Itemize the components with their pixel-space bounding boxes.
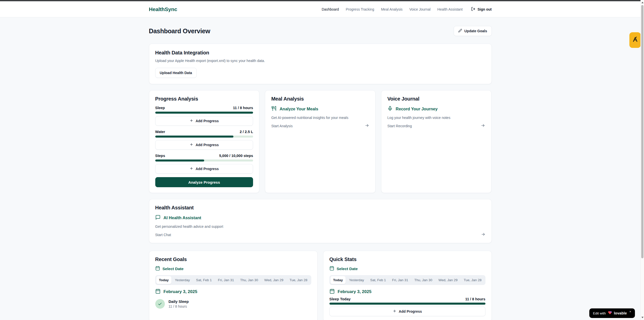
lovable-logo-icon: [632, 36, 638, 44]
chat-bubble-icon: [155, 215, 161, 221]
ai-health-assistant-link[interactable]: AI Health Assistant: [155, 215, 485, 221]
edit-with-lovable-badge[interactable]: Edit with lovable ×: [589, 308, 635, 318]
close-icon[interactable]: ×: [629, 310, 631, 313]
recent-goals-select-date-button[interactable]: Select Date: [155, 266, 311, 272]
tab-fri-jan-31[interactable]: Fri, Jan 31: [215, 276, 237, 284]
start-recording-link[interactable]: Start Recording: [387, 123, 485, 129]
quick-stats-date-tabs: Today Yesterday Sat, Feb 1 Fri, Jan 31 T…: [329, 275, 485, 285]
metric-label: Sleep: [155, 106, 165, 110]
plus-icon: [190, 143, 193, 147]
tab-thu-jan-30[interactable]: Thu, Jan 30: [237, 276, 261, 284]
recent-goals-title: Recent Goals: [155, 257, 311, 262]
app-header: HealthSync Dashboard Progress Tracking M…: [0, 1, 640, 17]
metric-steps: Steps 5,000 / 10,000 steps Add Progress: [155, 154, 253, 174]
nav-meal-analysis[interactable]: Meal Analysis: [381, 7, 403, 11]
arrow-right-icon: [481, 123, 485, 129]
tab-wed-jan-29[interactable]: Wed, Jan 29: [436, 276, 461, 284]
health-data-integration-card: Health Data Integration Upload your Appl…: [149, 44, 492, 84]
tab-tue-jan-28[interactable]: Tue, Jan 28: [461, 276, 484, 284]
calendar-icon: [155, 266, 160, 272]
tab-wed-jan-29[interactable]: Wed, Jan 29: [262, 276, 286, 284]
plus-icon: [190, 167, 193, 171]
nav-voice-journal[interactable]: Voice Journal: [409, 7, 431, 11]
meal-card-title: Meal Analysis: [271, 96, 369, 102]
recent-goals-card: Recent Goals Select Date Today Yesterday…: [149, 251, 318, 320]
assistant-card-title: Health Assistant: [155, 205, 485, 211]
tab-tue-jan-28[interactable]: Tue, Jan 28: [287, 276, 310, 284]
selected-date-display: February 3, 2025: [329, 289, 485, 295]
plus-icon: [393, 309, 396, 314]
progress-bar-sleep: [155, 112, 253, 114]
metric-value: 11 / 8 hours: [465, 297, 485, 301]
plus-icon: [190, 119, 193, 123]
tab-yesterday[interactable]: Yesterday: [346, 276, 367, 284]
vertical-scrollbar[interactable]: [640, 0, 644, 320]
recent-goals-date-tabs: Today Yesterday Sat, Feb 1 Fri, Jan 31 T…: [155, 275, 311, 285]
calendar-icon: [329, 289, 335, 295]
metric-value: 5,000 / 10,000 steps: [219, 154, 253, 158]
tab-today[interactable]: Today: [156, 276, 172, 284]
scroll-up-arrow-icon[interactable]: [641, 2, 643, 3]
sign-out-label: Sign out: [478, 7, 492, 11]
selected-date-display: February 3, 2025: [155, 289, 311, 295]
pencil-icon: [458, 29, 462, 33]
tab-yesterday[interactable]: Yesterday: [172, 276, 193, 284]
voice-card-description: Log your health journey with voice notes: [387, 116, 485, 120]
update-goals-button[interactable]: Update Goals: [454, 26, 492, 36]
progress-analysis-card: Progress Analysis Sleep 11 / 8 hours Add…: [149, 90, 260, 193]
meal-card-description: Get AI-powered nutritional insights for …: [271, 116, 369, 120]
microphone-icon: [387, 106, 393, 112]
quick-stats-card: Quick Stats Select Date Today Yesterday …: [323, 251, 492, 320]
progress-card-title: Progress Analysis: [155, 96, 253, 102]
health-assistant-card: Health Assistant AI Health Assistant Get…: [149, 199, 492, 243]
app-logo[interactable]: HealthSync: [149, 6, 177, 12]
metric-water: Water 2 / 2.5 L Add Progress: [155, 130, 253, 150]
analyze-progress-button[interactable]: Analyze Progress: [155, 177, 253, 187]
nav-health-assistant[interactable]: Health Assistant: [437, 7, 463, 11]
main-nav: Dashboard Progress Tracking Meal Analysi…: [322, 7, 492, 12]
voice-card-title: Voice Journal: [387, 96, 485, 102]
integration-title: Health Data Integration: [155, 50, 485, 56]
progress-bar-sleep-today: [329, 303, 485, 305]
tab-fri-jan-31[interactable]: Fri, Jan 31: [389, 276, 411, 284]
tab-today[interactable]: Today: [330, 276, 346, 284]
metric-value: 11 / 8 hours: [233, 106, 253, 110]
analyze-your-meals-link[interactable]: Analyze Your Meals: [271, 106, 369, 112]
lovable-widget-button[interactable]: [629, 32, 641, 48]
metric-label: Steps: [155, 154, 165, 158]
add-progress-sleep-button[interactable]: Add Progress: [155, 116, 253, 126]
start-chat-link[interactable]: Start Chat: [155, 232, 485, 237]
metric-label: Sleep Today: [329, 297, 351, 301]
assistant-card-description: Get personalized health advice and suppo…: [155, 225, 485, 229]
add-progress-water-button[interactable]: Add Progress: [155, 140, 253, 150]
calendar-icon: [329, 266, 334, 272]
metric-value: 2 / 2.5 L: [240, 130, 253, 134]
arrow-right-icon: [365, 123, 369, 129]
sign-out-button[interactable]: Sign out: [471, 7, 492, 12]
upload-health-data-button[interactable]: Upload Health Data: [155, 68, 197, 78]
tab-thu-jan-30[interactable]: Thu, Jan 30: [412, 276, 435, 284]
add-progress-steps-button[interactable]: Add Progress: [155, 164, 253, 174]
utensils-icon: [271, 106, 277, 112]
scroll-down-arrow-icon[interactable]: [641, 317, 643, 318]
record-your-journey-link[interactable]: Record Your Journey: [387, 106, 485, 112]
progress-bar-water: [155, 136, 253, 138]
quick-stats-title: Quick Stats: [329, 257, 485, 262]
nav-dashboard[interactable]: Dashboard: [322, 7, 339, 11]
gradient-heart-icon: [608, 311, 612, 316]
goal-name: Daily Sleep: [169, 299, 189, 304]
metric-sleep: Sleep 11 / 8 hours Add Progress: [155, 106, 253, 126]
tab-sat-feb-1[interactable]: Sat, Feb 1: [193, 276, 214, 284]
calendar-icon: [155, 289, 161, 295]
log-out-icon: [471, 7, 475, 12]
nav-progress-tracking[interactable]: Progress Tracking: [346, 7, 374, 11]
add-progress-quick-stats-button[interactable]: Add Progress: [329, 307, 485, 316]
meal-analysis-card: Meal Analysis Analyze Your Meals Get AI-…: [265, 90, 376, 193]
scrollbar-thumb[interactable]: [641, 5, 643, 258]
start-analysis-link[interactable]: Start Analysis: [271, 123, 369, 129]
goal-item-daily-sleep: Daily Sleep 11 / 8 hours: [155, 299, 311, 309]
quick-stats-select-date-button[interactable]: Select Date: [329, 266, 485, 272]
page-title: Dashboard Overview: [149, 27, 210, 35]
metric-sleep-today: Sleep Today 11 / 8 hours Add Progress: [329, 297, 485, 316]
tab-sat-feb-1[interactable]: Sat, Feb 1: [367, 276, 389, 284]
